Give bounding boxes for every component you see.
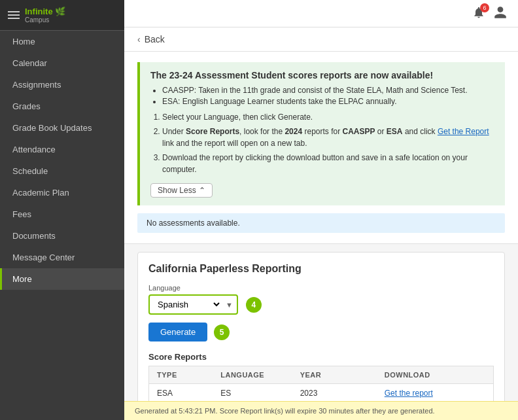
col-language: LANGUAGE bbox=[213, 366, 292, 384]
alert-section: The 23-24 Assessment Student scores repo… bbox=[124, 52, 518, 244]
get-report-link[interactable]: Get the report bbox=[385, 389, 433, 398]
cell-language: ES bbox=[213, 384, 292, 403]
sidebar-item-home[interactable]: Home bbox=[0, 31, 124, 52]
step-4-badge: 4 bbox=[246, 297, 262, 313]
sidebar-nav: Home Calendar Assignments Grades Grade B… bbox=[0, 31, 124, 420]
sidebar-item-more[interactable]: More bbox=[0, 268, 124, 290]
sidebar-item-attendance[interactable]: Attendance bbox=[0, 139, 124, 160]
col-download: DOWNLOAD bbox=[377, 366, 494, 384]
get-report-link[interactable]: Get the Report bbox=[438, 127, 489, 136]
back-chevron-icon: ‹ bbox=[137, 34, 141, 44]
hamburger-icon[interactable] bbox=[8, 11, 20, 19]
cell-type: ESA bbox=[149, 384, 213, 403]
user-avatar-icon[interactable] bbox=[493, 5, 508, 22]
language-select[interactable]: English Spanish bbox=[150, 296, 222, 313]
table-row: ESAES2023Get the report bbox=[149, 384, 494, 403]
alert-step-2: Under Score Reports, look for the 2024 r… bbox=[162, 126, 494, 149]
no-assessments-notice: No assessments available. bbox=[137, 213, 505, 233]
footer-notice: Generated at 5:43:21 PM. Score Report li… bbox=[124, 401, 518, 420]
main-area: 6 ‹ Back The 23-24 Assessment Student sc… bbox=[124, 0, 518, 420]
alert-box: The 23-24 Assessment Student scores repo… bbox=[137, 62, 505, 205]
cell-year: 2023 bbox=[292, 384, 377, 403]
select-arrow-icon: ▼ bbox=[222, 298, 237, 312]
alert-step-1: Select your Language, then click Generat… bbox=[162, 111, 494, 123]
sidebar-item-academic-plan[interactable]: Academic Plan bbox=[0, 182, 124, 203]
logo: Infinite 🌿 Campus bbox=[25, 7, 65, 24]
topbar: 6 bbox=[124, 0, 518, 27]
generate-row: Generate 5 bbox=[148, 323, 494, 341]
language-select-wrap: English Spanish ▼ bbox=[148, 294, 238, 315]
table-header-row: TYPE LANGUAGE YEAR DOWNLOAD bbox=[149, 366, 494, 384]
content-area: ‹ Back The 23-24 Assessment Student scor… bbox=[124, 27, 518, 420]
col-year: YEAR bbox=[292, 366, 377, 384]
sidebar-item-schedule[interactable]: Schedule bbox=[0, 160, 124, 182]
alert-step-3: Download the report by clicking the down… bbox=[162, 152, 494, 175]
alert-title: The 23-24 Assessment Student scores repo… bbox=[150, 70, 494, 80]
sidebar-item-gradebook-updates[interactable]: Grade Book Updates bbox=[0, 117, 124, 139]
alert-bullet-caaspp: CAASPP: Taken in the 11th grade and cons… bbox=[162, 86, 494, 95]
sidebar-header: Infinite 🌿 Campus bbox=[0, 0, 124, 31]
sidebar-item-message-center[interactable]: Message Center bbox=[0, 247, 124, 268]
show-less-button[interactable]: Show Less ⌃ bbox=[150, 183, 213, 198]
score-reports-title: Score Reports bbox=[148, 352, 494, 362]
cell-download: Get the report bbox=[377, 384, 494, 403]
sidebar-item-calendar[interactable]: Calendar bbox=[0, 52, 124, 74]
back-label: Back bbox=[145, 34, 165, 44]
sidebar-item-documents[interactable]: Documents bbox=[0, 225, 124, 247]
section-title: California Paperless Reporting bbox=[148, 263, 494, 275]
col-type: TYPE bbox=[149, 366, 213, 384]
notification-badge: 6 bbox=[480, 3, 489, 12]
sidebar: Infinite 🌿 Campus Home Calendar Assignme… bbox=[0, 0, 124, 420]
alert-bullets: CAASPP: Taken in the 11th grade and cons… bbox=[150, 86, 494, 106]
language-row: English Spanish ▼ 4 bbox=[148, 294, 494, 315]
generate-button[interactable]: Generate bbox=[148, 323, 207, 341]
alert-bullet-esa: ESA: English Language Learner students t… bbox=[162, 97, 494, 106]
back-button[interactable]: ‹ Back bbox=[124, 27, 518, 52]
step-5-badge: 5 bbox=[214, 324, 230, 340]
language-label: Language bbox=[148, 284, 494, 292]
sidebar-item-fees[interactable]: Fees bbox=[0, 203, 124, 225]
sidebar-item-grades[interactable]: Grades bbox=[0, 96, 124, 117]
notification-icon[interactable]: 6 bbox=[472, 6, 485, 21]
alert-steps: Select your Language, then click Generat… bbox=[150, 111, 494, 175]
california-reporting-section: California Paperless Reporting Language … bbox=[137, 252, 505, 420]
sidebar-item-assignments[interactable]: Assignments bbox=[0, 74, 124, 96]
